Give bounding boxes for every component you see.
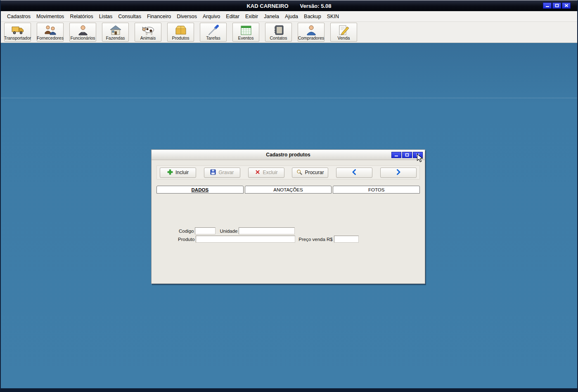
- toolbar-button-fazendas[interactable]: Fazendas: [102, 23, 129, 42]
- toolbar-button-funcionarios[interactable]: Funcionários: [69, 23, 96, 42]
- cadastro-produtos-window: Cadastro produtos: [151, 149, 425, 284]
- app-title: KAD CARNEIRO: [246, 3, 288, 9]
- pencil-sale-icon: [338, 24, 350, 35]
- toolbar-button-label: Eventos: [238, 35, 254, 40]
- toolbar-button-compradores[interactable]: Compradores: [298, 23, 325, 42]
- toolbar-button-label: Produtos: [172, 35, 189, 40]
- toolbar-button-label: Contatos: [270, 35, 287, 40]
- produto-label: Produto: [178, 237, 194, 242]
- tab-label: FOTOS: [368, 187, 384, 192]
- menu-item-cadastros[interactable]: Cadastros: [4, 12, 33, 21]
- chevron-right-icon: [396, 169, 401, 176]
- toolbar-button-label: Venda: [338, 35, 350, 40]
- menu-item-listas[interactable]: Listas: [96, 12, 116, 21]
- previous-record-button[interactable]: [336, 168, 372, 178]
- employee-icon: [76, 24, 90, 35]
- toolbar-button-produtos[interactable]: Produtos: [167, 23, 194, 42]
- toolbar-button-label: Animais: [140, 35, 156, 40]
- tab-label: DADOS: [192, 187, 209, 192]
- codigo-input[interactable]: [195, 227, 216, 234]
- unidade-input[interactable]: [239, 227, 295, 234]
- toolbar-button-label: Tarefas: [206, 35, 220, 40]
- toolbar-button-contatos[interactable]: Contatos: [265, 23, 292, 42]
- menu-item-ajuda[interactable]: Ajuda: [282, 12, 301, 21]
- menu-item-relatorios[interactable]: Relatórios: [67, 12, 96, 21]
- search-icon: [296, 169, 302, 176]
- toolbar-button-label: Fazendas: [106, 35, 125, 40]
- tab-dados[interactable]: DADOS: [156, 186, 244, 194]
- menu-item-movimentos[interactable]: Movimentos: [33, 12, 67, 21]
- buyer-person-icon: [305, 24, 317, 35]
- toolbar-button-fornecedores[interactable]: Fornecedores: [37, 23, 64, 42]
- app-version: Versão: 5.08: [300, 3, 332, 9]
- address-book-icon: [272, 24, 285, 35]
- menu-item-consultas[interactable]: Consultas: [115, 12, 144, 21]
- chevron-left-icon: [352, 169, 357, 176]
- incluir-button[interactable]: Incluir: [160, 168, 196, 178]
- maximize-icon: [405, 152, 409, 158]
- produto-input[interactable]: [196, 236, 295, 243]
- toolbar-button-label: Fornecedores: [37, 35, 64, 40]
- next-record-button[interactable]: [380, 168, 417, 178]
- minimize-icon: [394, 152, 398, 158]
- truck-icon: [11, 24, 24, 35]
- dialog-close-button[interactable]: [413, 152, 423, 158]
- maximize-button[interactable]: [552, 2, 561, 9]
- menu-item-arquivo[interactable]: Arquivo: [200, 12, 223, 21]
- toolbar-button-label: Compradores: [298, 35, 325, 40]
- dialog-title: Cadastro produtos: [266, 152, 310, 158]
- menu-item-backup[interactable]: Backup: [301, 12, 324, 21]
- menu-item-financeiro[interactable]: Financeiro: [144, 12, 174, 21]
- toolbar-button-eventos[interactable]: Eventos: [232, 23, 259, 42]
- gravar-label: Gravar: [218, 170, 234, 175]
- box-icon: [174, 24, 187, 35]
- tab-anotacoes[interactable]: ANOTAÇÕES: [245, 186, 332, 194]
- tab-label: ANOTAÇÕES: [273, 187, 303, 192]
- close-button[interactable]: [562, 2, 571, 9]
- dialog-titlebar[interactable]: Cadastro produtos: [152, 150, 425, 160]
- plus-icon: [167, 169, 173, 176]
- dialog-window-controls: [391, 152, 423, 158]
- menu-item-skin[interactable]: SKIN: [324, 12, 342, 21]
- excluir-label: Excluir: [263, 170, 278, 175]
- tab-fotos[interactable]: FOTOS: [333, 186, 420, 194]
- maximize-icon: [555, 2, 559, 9]
- main-toolbar: Transportador Fornecedores: [1, 22, 577, 43]
- mdi-desktop: Cadastro produtos: [1, 43, 577, 388]
- screwdriver-icon: [207, 24, 220, 35]
- preco-venda-label: Preço venda R$: [298, 237, 332, 242]
- dialog-maximize-button[interactable]: [402, 152, 412, 158]
- preco-venda-input[interactable]: [334, 236, 359, 243]
- delete-x-icon: [255, 169, 261, 176]
- close-icon: [564, 2, 569, 9]
- calendar-icon: [240, 24, 252, 35]
- procurar-button[interactable]: Procurar: [292, 168, 328, 178]
- menu-item-editar[interactable]: Editar: [223, 12, 242, 21]
- dialog-minimize-button[interactable]: [391, 152, 401, 158]
- menu-item-exibir[interactable]: Exibir: [242, 12, 261, 21]
- window-controls: [543, 2, 571, 9]
- menu-item-diversos[interactable]: Diversos: [174, 12, 200, 21]
- dialog-toolbar: Incluir Gravar Excluir: [156, 165, 420, 179]
- procurar-label: Procurar: [305, 170, 324, 175]
- toolbar-button-venda[interactable]: Venda: [330, 23, 357, 42]
- excluir-button[interactable]: Excluir: [248, 168, 284, 178]
- gravar-button[interactable]: Gravar: [204, 168, 240, 178]
- incluir-label: Incluir: [175, 170, 189, 175]
- menu-item-janela[interactable]: Janela: [261, 12, 282, 21]
- suppliers-icon: [44, 24, 57, 35]
- main-titlebar: KAD CARNEIRO Versão: 5.08: [1, 0, 577, 11]
- dialog-tab-bar: DADOS ANOTAÇÕES FOTOS: [156, 186, 420, 194]
- farm-house-icon: [109, 24, 122, 35]
- toolbar-button-label: Funcionários: [70, 35, 95, 40]
- toolbar-button-transportador[interactable]: Transportador: [4, 23, 31, 42]
- menu-bar: Cadastros Movimentos Relatórios Listas C…: [1, 11, 577, 22]
- save-floppy-icon: [210, 169, 216, 176]
- minimize-icon: [545, 2, 550, 9]
- toolbar-button-animais[interactable]: Animais: [135, 23, 161, 42]
- codigo-label: Codigo: [179, 229, 194, 234]
- close-icon: [416, 152, 420, 158]
- minimize-button[interactable]: [543, 2, 552, 9]
- toolbar-button-tarefas[interactable]: Tarefas: [200, 23, 227, 42]
- toolbar-button-label: Transportador: [4, 35, 31, 40]
